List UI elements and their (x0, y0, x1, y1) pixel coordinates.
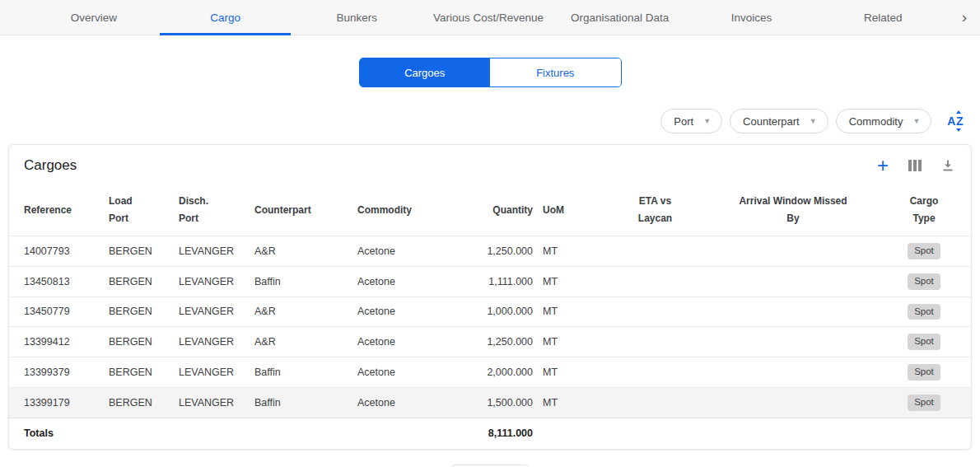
tab-label: Invoices (731, 12, 772, 24)
cell-cargo-type: Spot (875, 387, 972, 418)
column-header-disch-port[interactable]: Disch. Port (174, 184, 250, 236)
cargo-type-badge: Spot (908, 334, 940, 350)
cell-cargo-type: Spot (875, 327, 972, 357)
cell-quantity: 1,000.000 (468, 297, 538, 327)
cell-commodity: Acetone (352, 327, 468, 357)
table-row[interactable]: 13399379 BERGEN LEVANGER Baffin Acetone … (9, 357, 972, 388)
chevron-down-icon: ▼ (810, 118, 817, 125)
tab-label: Organisational Data (571, 12, 669, 24)
cell-reference: 13399412 (9, 327, 104, 357)
cargo-type-badge: Spot (908, 243, 940, 259)
cell-disch-port: LEVANGER (174, 266, 250, 297)
table-row[interactable]: 13450779 BERGEN LEVANGER A&R Acetone 1,0… (9, 297, 972, 327)
cell-counterpart: Baffin (250, 266, 352, 297)
filter-chip-label: Port (674, 115, 693, 128)
cell-arrival-window-missed-by (711, 357, 875, 388)
cell-quantity: 1,500.000 (468, 387, 538, 418)
cell-commodity: Acetone (352, 387, 468, 418)
cell-load-port: BERGEN (104, 357, 174, 388)
filter-bar: Port ▼ Counterpart ▼ Commodity ▼ AZ (0, 108, 980, 134)
totals-quantity: 8,111.000 (468, 418, 538, 449)
cargo-type-badge: Spot (908, 304, 940, 320)
cell-reference: 13399379 (9, 357, 104, 388)
tab-label: Related (864, 12, 903, 24)
filter-chip-commodity[interactable]: Commodity ▼ (836, 109, 932, 133)
cell-disch-port: LEVANGER (174, 387, 250, 418)
cell-uom: MT (538, 297, 600, 327)
tab-various-cost-revenue[interactable]: Various Cost/Revenue (422, 0, 554, 35)
column-header-cargo-type[interactable]: Cargo Type (875, 184, 972, 236)
cargoes-card: Cargoes + Refer (8, 144, 972, 450)
cell-quantity: 1,250.000 (468, 327, 538, 357)
column-header-counterpart[interactable]: Counterpart (250, 184, 352, 236)
totals-label: Totals (9, 418, 468, 449)
columns-icon (908, 160, 922, 171)
add-cargo-button[interactable]: + (877, 158, 889, 173)
download-button[interactable] (941, 159, 954, 172)
sort-alphabetical-icon[interactable]: AZ (945, 111, 965, 131)
chevron-down-icon: ▼ (912, 118, 920, 125)
cell-arrival-window-missed-by (711, 236, 875, 267)
cell-uom: MT (538, 236, 600, 267)
column-header-eta-vs-laycan[interactable]: ETA vs Laycan (600, 184, 711, 236)
cell-quantity: 1,111.000 (468, 266, 538, 297)
cell-eta-vs-laycan (600, 327, 711, 357)
filter-chip-counterpart[interactable]: Counterpart ▼ (730, 109, 828, 133)
table-row[interactable]: 13399412 BERGEN LEVANGER A&R Acetone 1,2… (9, 327, 972, 357)
tab-label: Overview (71, 12, 117, 24)
table-row[interactable]: 14007793 BERGEN LEVANGER A&R Acetone 1,2… (9, 236, 972, 267)
column-header-uom[interactable]: UoM (538, 184, 600, 236)
column-header-load-port[interactable]: Load Port (104, 184, 174, 236)
cell-cargo-type: Spot (875, 357, 972, 388)
cell-arrival-window-missed-by (711, 327, 875, 357)
cargo-table-body: 14007793 BERGEN LEVANGER A&R Acetone 1,2… (9, 236, 972, 418)
chevron-right-icon[interactable]: › (949, 0, 980, 35)
card-actions: + (877, 158, 954, 173)
cargo-type-badge: Spot (908, 395, 940, 411)
cell-cargo-type: Spot (875, 266, 972, 297)
cell-reference: 14007793 (9, 236, 104, 267)
column-header-commodity[interactable]: Commodity (352, 184, 468, 236)
card-title: Cargoes (24, 157, 77, 174)
cell-arrival-window-missed-by (711, 266, 875, 297)
cell-eta-vs-laycan (600, 387, 711, 418)
cargo-type-badge: Spot (908, 364, 940, 381)
cell-disch-port: LEVANGER (174, 297, 250, 327)
tab-bunkers[interactable]: Bunkers (291, 0, 422, 35)
column-header-arrival-window-missed-by[interactable]: Arrival Window Missed By (711, 184, 875, 236)
column-header-quantity[interactable]: Quantity (468, 184, 538, 236)
cell-quantity: 1,250.000 (468, 236, 538, 267)
cell-reference: 13450779 (9, 297, 104, 327)
cell-uom: MT (538, 357, 600, 388)
tab-organisational-data[interactable]: Organisational Data (554, 0, 686, 35)
cell-disch-port: LEVANGER (174, 357, 250, 388)
filter-chip-port[interactable]: Port ▼ (660, 109, 722, 133)
tab-invoices[interactable]: Invoices (686, 0, 818, 35)
cell-uom: MT (538, 327, 600, 357)
totals-row: Totals 8,111.000 (9, 418, 972, 449)
cell-counterpart: A&R (250, 327, 352, 357)
tab-overview[interactable]: Overview (28, 0, 160, 35)
cell-cargo-type: Spot (875, 297, 972, 327)
table-row[interactable]: 13399179 BERGEN LEVANGER Baffin Acetone … (9, 387, 972, 418)
table-row[interactable]: 13450813 BERGEN LEVANGER Baffin Acetone … (9, 266, 972, 297)
cell-arrival-window-missed-by (711, 387, 875, 418)
tab-cargo[interactable]: Cargo (160, 0, 292, 35)
table-header-row: Reference Load Port Disch. Port Counterp… (9, 184, 972, 236)
cell-counterpart: A&R (250, 297, 352, 327)
cell-reference: 13450813 (9, 266, 104, 297)
toggle-cargoes-button[interactable]: Cargoes (360, 58, 491, 86)
tab-related[interactable]: Related (817, 0, 949, 35)
cell-arrival-window-missed-by (711, 297, 875, 327)
tab-label: Various Cost/Revenue (433, 12, 544, 24)
cell-eta-vs-laycan (600, 236, 711, 267)
download-icon (941, 159, 954, 172)
column-header-reference[interactable]: Reference (9, 184, 104, 236)
top-navigation: Overview Cargo Bunkers Various Cost/Reve… (0, 0, 980, 35)
cell-reference: 13399179 (9, 387, 104, 418)
cell-counterpart: Baffin (250, 387, 352, 418)
toggle-fixtures-button[interactable]: Fixtures (490, 58, 621, 86)
cell-commodity: Acetone (352, 357, 468, 388)
cell-quantity: 2,000.000 (468, 357, 538, 388)
column-settings-button[interactable] (908, 160, 922, 171)
